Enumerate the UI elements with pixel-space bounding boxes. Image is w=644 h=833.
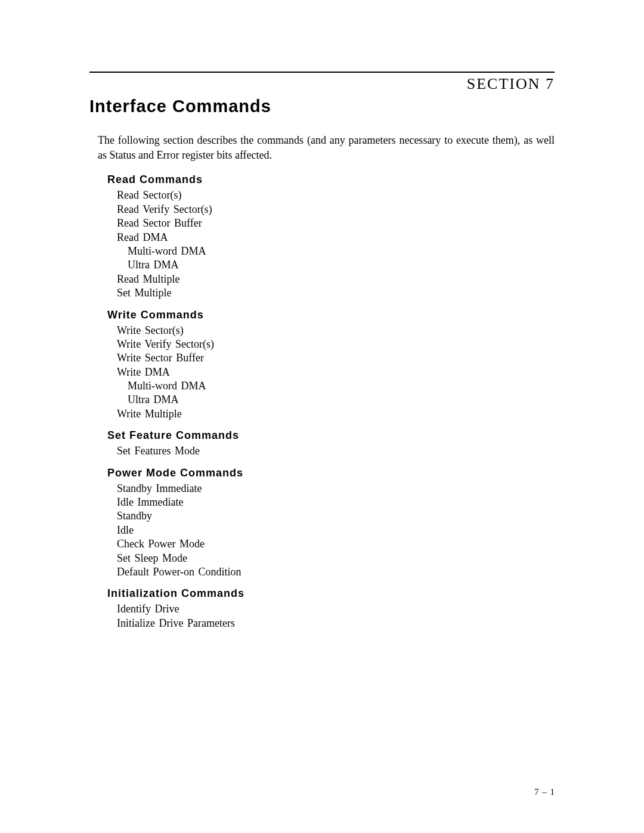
command-group: Initialization CommandsIdentify DriveIni… bbox=[107, 587, 555, 630]
list-item: Read Sector(s) bbox=[117, 188, 555, 202]
list-item: Idle Immediate bbox=[117, 496, 555, 509]
group-items: Identify DriveInitialize Drive Parameter… bbox=[117, 602, 555, 630]
command-group: Power Mode CommandsStandby ImmediateIdle… bbox=[107, 467, 555, 580]
group-items: Set Features Mode bbox=[117, 444, 555, 458]
header-rule bbox=[89, 72, 555, 73]
group-title: Read Commands bbox=[107, 174, 555, 186]
list-item: Write Verify Sector(s) bbox=[117, 337, 555, 351]
list-item: Read Sector Buffer bbox=[117, 216, 555, 230]
list-item: Read Multiple bbox=[117, 272, 555, 286]
list-item: Set Sleep Mode bbox=[117, 552, 555, 565]
list-item: Read DMA bbox=[117, 231, 555, 244]
group-title: Set Feature Commands bbox=[107, 429, 555, 442]
page: SECTION 7 Interface Commands The followi… bbox=[0, 0, 644, 674]
intro-paragraph: The following section describes the comm… bbox=[98, 133, 555, 163]
command-group: Set Feature CommandsSet Features Mode bbox=[107, 429, 555, 458]
group-title: Write Commands bbox=[107, 309, 555, 321]
list-item: Set Features Mode bbox=[117, 444, 555, 458]
section-label: SECTION 7 bbox=[89, 75, 555, 93]
list-item: Identify Drive bbox=[117, 602, 555, 616]
list-item: Idle bbox=[117, 524, 555, 537]
group-title: Initialization Commands bbox=[107, 587, 555, 600]
page-number: 7 – 1 bbox=[534, 787, 555, 797]
list-item: Initialize Drive Parameters bbox=[117, 617, 555, 630]
page-title: Interface Commands bbox=[89, 97, 555, 116]
list-item: Write Sector(s) bbox=[117, 324, 555, 337]
command-group: Read CommandsRead Sector(s)Read Verify S… bbox=[107, 174, 555, 300]
list-item: Write DMA bbox=[117, 366, 555, 379]
list-item: Multi-word DMA bbox=[128, 379, 555, 393]
list-item: Standby bbox=[117, 509, 555, 523]
list-item: Multi-word DMA bbox=[128, 244, 555, 258]
group-items: Read Sector(s)Read Verify Sector(s)Read … bbox=[117, 188, 555, 300]
list-item: Check Power Mode bbox=[117, 537, 555, 551]
list-item: Ultra DMA bbox=[128, 393, 555, 407]
list-item: Write Sector Buffer bbox=[117, 351, 555, 365]
groups-container: Read CommandsRead Sector(s)Read Verify S… bbox=[89, 174, 555, 630]
group-items: Write Sector(s)Write Verify Sector(s)Wri… bbox=[117, 324, 555, 422]
group-items: Standby ImmediateIdle ImmediateStandbyId… bbox=[117, 482, 555, 580]
list-item: Ultra DMA bbox=[128, 258, 555, 272]
group-title: Power Mode Commands bbox=[107, 467, 555, 479]
list-item: Write Multiple bbox=[117, 407, 555, 421]
list-item: Default Power-on Condition bbox=[117, 565, 555, 579]
list-item: Standby Immediate bbox=[117, 482, 555, 496]
list-item: Set Multiple bbox=[117, 286, 555, 300]
command-group: Write CommandsWrite Sector(s)Write Verif… bbox=[107, 309, 555, 422]
list-item: Read Verify Sector(s) bbox=[117, 203, 555, 216]
